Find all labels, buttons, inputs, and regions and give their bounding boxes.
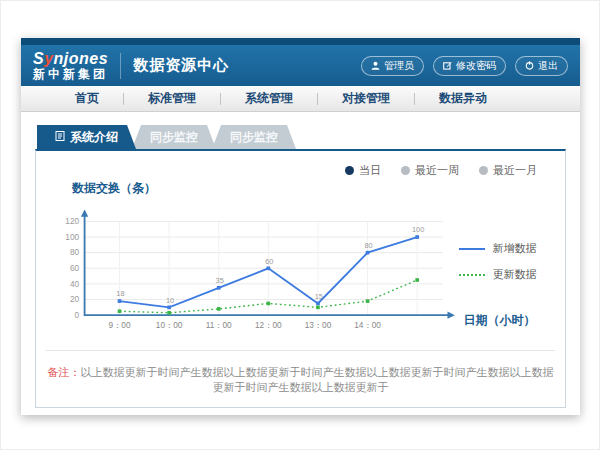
nav-item-system-mgmt[interactable]: 系统管理 xyxy=(221,90,317,107)
nav-item-interface-mgmt[interactable]: 对接管理 xyxy=(318,90,414,107)
svg-text:100: 100 xyxy=(412,225,424,234)
svg-text:10: 10 xyxy=(166,296,174,305)
line-chart: 0204060801001209：0010：0011：0012：0013：001… xyxy=(46,199,459,344)
tab-label: 系统介绍 xyxy=(70,129,118,146)
footnote: 备注：以上数据更新于时间产生数据以上数据更新于时间产生数据以上数据更新于时间产生… xyxy=(46,350,555,407)
main-nav: 首页 标准管理 系统管理 对接管理 数据异动 xyxy=(21,86,580,112)
svg-text:60: 60 xyxy=(265,257,273,266)
admin-user-label: 管理员 xyxy=(384,59,414,73)
logout-icon xyxy=(525,61,534,70)
company-logo: Synjones 新中新集团 xyxy=(33,51,108,80)
tab-system-intro[interactable]: 系统介绍 xyxy=(37,125,136,149)
svg-text:35: 35 xyxy=(216,276,224,285)
tab-label: 同步监控 xyxy=(150,129,198,146)
admin-user-button[interactable]: 管理员 xyxy=(361,56,424,76)
footnote-label: 备注： xyxy=(48,366,81,378)
page-title: 数据资源中心 xyxy=(133,56,229,75)
tab-bar: 系统介绍 同步监控 同步监控 xyxy=(35,124,566,149)
legend-label: 新增数据 xyxy=(492,241,536,256)
chart-legend: 新增数据 更新数据 xyxy=(459,241,555,282)
app-window: Synjones 新中新集团 数据资源中心 管理员 修改密码 xyxy=(21,38,580,415)
change-password-label: 修改密码 xyxy=(456,59,496,73)
svg-text:100: 100 xyxy=(65,233,79,242)
header-actions: 管理员 修改密码 退出 xyxy=(361,56,568,76)
logo-wordmark: Synjones xyxy=(33,51,108,68)
user-icon xyxy=(371,61,380,70)
nav-item-data-change[interactable]: 数据异动 xyxy=(415,90,511,107)
change-password-button[interactable]: 修改密码 xyxy=(433,56,506,76)
svg-text:80: 80 xyxy=(364,241,372,250)
time-filter-label: 最近一周 xyxy=(415,163,459,178)
nav-item-standard-mgmt[interactable]: 标准管理 xyxy=(124,90,220,107)
time-filter-group: 当日 最近一周 最近一月 xyxy=(46,159,555,178)
legend-item-updated-data: 更新数据 xyxy=(459,267,555,282)
logout-button[interactable]: 退出 xyxy=(515,56,568,76)
tab-sync-monitor-1[interactable]: 同步监控 xyxy=(132,125,216,149)
svg-text:14：00: 14：00 xyxy=(354,321,381,330)
time-filter-label: 最近一月 xyxy=(493,163,537,178)
app-header: Synjones 新中新集团 数据资源中心 管理员 修改密码 xyxy=(21,45,580,86)
page: Synjones 新中新集团 数据资源中心 管理员 修改密码 xyxy=(0,0,600,450)
svg-text:9：00: 9：00 xyxy=(108,321,130,330)
window-top-strip xyxy=(21,38,580,45)
legend-label: 更新数据 xyxy=(492,267,536,282)
time-filter-last-month[interactable]: 最近一月 xyxy=(479,163,537,178)
chart-side-column: 新增数据 更新数据 日期（小时） xyxy=(459,199,555,344)
header-divider xyxy=(120,53,121,79)
time-filter-label: 当日 xyxy=(359,163,381,178)
document-icon xyxy=(55,130,65,144)
svg-text:20: 20 xyxy=(70,295,80,304)
content-area: 系统介绍 同步监控 同步监控 当日 最 xyxy=(21,112,580,408)
edit-icon xyxy=(443,61,452,70)
tab-label: 同步监控 xyxy=(230,129,278,146)
svg-text:18: 18 xyxy=(116,289,124,298)
nav-item-home[interactable]: 首页 xyxy=(51,90,123,107)
svg-text:12：00: 12：00 xyxy=(255,321,282,330)
svg-text:0: 0 xyxy=(74,311,79,320)
svg-text:60: 60 xyxy=(70,264,80,273)
logout-label: 退出 xyxy=(538,59,558,73)
chart-area: 0204060801001209：0010：0011：0012：0013：001… xyxy=(46,199,555,344)
chart-x-axis-title: 日期（小时） xyxy=(463,312,535,329)
svg-text:11：00: 11：00 xyxy=(206,321,232,330)
logo-cn-name: 新中新集团 xyxy=(33,68,108,81)
tab-sync-monitor-2[interactable]: 同步监控 xyxy=(212,125,296,149)
time-filter-today[interactable]: 当日 xyxy=(345,163,381,178)
svg-text:120: 120 xyxy=(65,217,79,226)
footnote-text: 以上数据更新于时间产生数据以上数据更新于时间产生数据以上数据更新于时间产生数据以… xyxy=(81,366,554,393)
dotted-line-icon xyxy=(459,274,485,276)
svg-text:80: 80 xyxy=(70,248,80,257)
radio-icon xyxy=(401,166,410,175)
solid-line-icon xyxy=(459,248,485,250)
legend-item-new-data: 新增数据 xyxy=(459,241,555,256)
svg-text:13：00: 13：00 xyxy=(305,321,332,330)
radio-icon xyxy=(479,166,488,175)
time-filter-last-week[interactable]: 最近一周 xyxy=(401,163,459,178)
chart-panel: 当日 最近一周 最近一月 数据交换（条） 0204060801001209：00… xyxy=(35,149,566,408)
svg-text:40: 40 xyxy=(70,280,80,289)
svg-text:15: 15 xyxy=(315,292,323,301)
chart-y-axis-title: 数据交换（条） xyxy=(72,180,555,197)
radio-icon xyxy=(345,166,354,175)
svg-text:10：00: 10：00 xyxy=(156,321,183,330)
